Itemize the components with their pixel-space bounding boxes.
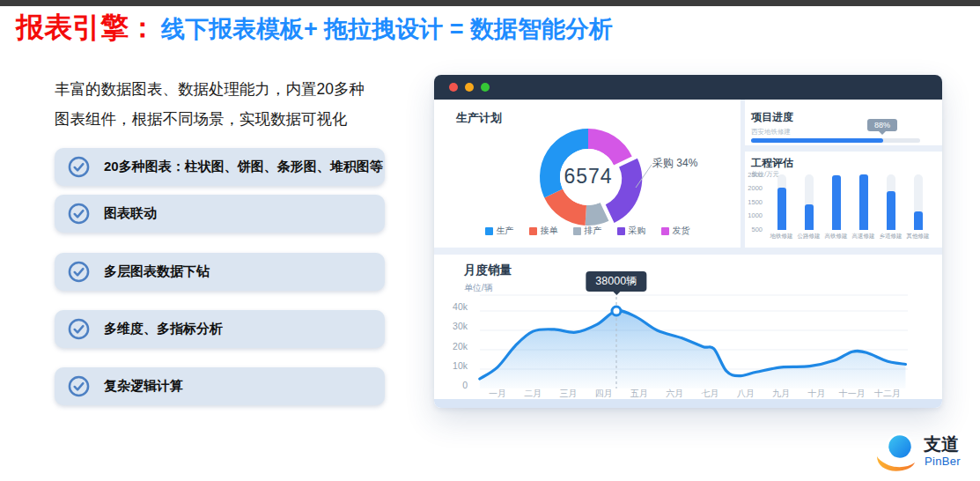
close-button[interactable] — [449, 83, 458, 92]
x-tick: 三月 — [560, 388, 578, 400]
feature-pill: 复杂逻辑计算 — [55, 367, 385, 405]
logo-name: 支道 — [924, 433, 959, 456]
bar — [777, 188, 786, 230]
maximize-button[interactable] — [481, 83, 490, 92]
page-title: 报表引擎： 线下报表模板+ 拖拉拽设计 = 数据智能分析 — [16, 9, 613, 48]
legend-item: 发货 — [661, 225, 690, 237]
legend-label: 排产 — [585, 225, 602, 237]
feature-pill: 图表联动 — [55, 195, 385, 233]
legend-label: 生产 — [497, 225, 514, 237]
x-tick: 九月 — [772, 388, 790, 400]
monthly-sales-panel: 月度销量 单位/辆 40k30k20k10k0 一月二月三月四月五月六月七月八月… — [434, 255, 942, 401]
check-icon — [68, 203, 90, 225]
legend-swatch — [661, 227, 669, 235]
x-tick: 七月 — [702, 388, 719, 400]
feature-pill: 多层图表数据下钻 — [55, 253, 385, 291]
legend-swatch — [485, 227, 493, 235]
intro-line1: 丰富的数据图表、数据处理能力，内置20多种 — [55, 74, 424, 104]
x-tick: 其他修建 — [904, 233, 932, 240]
donut-center-value: 6574 — [549, 165, 628, 189]
bar-chart: 地铁修建公路修建高铁修建高速修建乡道修建其他修建 — [768, 174, 932, 240]
logo-subname: PinBer — [925, 455, 961, 468]
bar-column: 高铁修建 — [822, 174, 850, 240]
bar — [887, 191, 895, 230]
window-titlebar — [434, 75, 942, 100]
chart-tooltip: 38000辆 — [586, 271, 646, 292]
feature-label: 图表联动 — [104, 205, 157, 222]
feature-label: 多维度、多指标分析 — [104, 321, 223, 337]
y-tick: 1500 — [745, 198, 763, 206]
logo: 支道 PinBer — [873, 429, 980, 478]
minimize-button[interactable] — [465, 83, 474, 92]
feature-pill: 多维度、多指标分析 — [55, 310, 385, 348]
legend-label: 发货 — [673, 225, 690, 237]
donut-segment — [586, 211, 604, 215]
legend-item: 生产 — [485, 225, 514, 237]
chart-tooltip-label: 38000辆 — [595, 275, 637, 287]
top-strip — [0, 0, 980, 6]
intro-text: 丰富的数据图表、数据处理能力，内置20多种 图表组件，根据不同场景，实现数据可视… — [55, 74, 424, 134]
x-tick: 八月 — [737, 388, 755, 400]
bar — [914, 211, 923, 230]
x-tick: 高速修建 — [850, 233, 877, 240]
legend-label: 采购 — [629, 225, 646, 237]
legend-item: 采购 — [617, 225, 646, 237]
y-tick: 2000 — [745, 184, 763, 192]
production-plan-title: 生产计划 — [456, 110, 502, 126]
x-tick: 十一月 — [839, 388, 866, 400]
feature-pill: 20多种图表：柱状图、饼图、条形图、堆积图等 — [55, 148, 385, 186]
bar-column: 乡道修建 — [877, 174, 904, 240]
intro-line2: 图表组件，根据不同场景，实现数据可视化 — [55, 104, 424, 134]
legend-swatch — [573, 227, 581, 235]
x-tick: 六月 — [666, 388, 683, 400]
donut-callout-label: 采购 34% — [652, 156, 697, 171]
bar-column: 高速修建 — [850, 174, 877, 240]
bar-column: 其他修建 — [904, 174, 932, 240]
panel-divider-horizontal — [434, 248, 942, 255]
bar — [859, 174, 868, 230]
production-plan-panel: 生产计划 6574 采购 34% 生产接单排产采购发货 — [434, 100, 741, 248]
donut-legend: 生产接单排产采购发货 — [434, 225, 741, 237]
legend-swatch — [617, 227, 625, 235]
bar — [832, 175, 841, 230]
x-tick: 五月 — [630, 388, 648, 400]
title-blue-text: 线下报表模板+ 拖拉拽设计 = 数据智能分析 — [161, 13, 613, 45]
y-tick: 2500 — [745, 171, 763, 179]
bar-column: 地铁修建 — [768, 174, 795, 240]
check-icon — [68, 156, 90, 178]
legend-label: 接单 — [541, 225, 558, 237]
browser-window: 生产计划 6574 采购 34% 生产接单排产采购发货 项目进度 西安地铁修建 … — [434, 75, 942, 408]
window-body: 生产计划 6574 采购 34% 生产接单排产采购发货 项目进度 西安地铁修建 … — [434, 100, 942, 408]
legend-item: 排产 — [573, 225, 602, 237]
legend-item: 接单 — [529, 225, 558, 237]
bar-column: 公路修建 — [795, 174, 822, 240]
title-red-text: 报表引擎： — [16, 9, 157, 48]
x-tick: 地铁修建 — [768, 233, 795, 240]
x-tick: 公路修建 — [795, 233, 822, 240]
right-panel: 项目进度 西安地铁修建 88% 工程评估 单位/万元 2500200015001… — [745, 100, 942, 248]
x-tick: 一月 — [489, 388, 506, 400]
feature-label: 多层图表数据下钻 — [104, 263, 210, 280]
bar — [805, 204, 814, 230]
x-tick: 乡道修建 — [877, 233, 904, 240]
legend-swatch — [529, 227, 537, 235]
area-chart-x-axis: 一月二月三月四月五月六月七月八月九月十月十一月十二月 — [434, 255, 942, 401]
x-tick: 二月 — [524, 388, 542, 400]
x-tick: 十二月 — [874, 388, 901, 400]
slide: 报表引擎： 线下报表模板+ 拖拉拽设计 = 数据智能分析 丰富的数据图表、数据处… — [0, 0, 980, 481]
check-icon — [68, 318, 90, 340]
x-tick: 四月 — [595, 388, 613, 400]
check-icon — [68, 375, 90, 397]
x-tick: 高铁修建 — [822, 233, 850, 240]
x-tick: 十月 — [807, 388, 825, 400]
feature-label: 复杂逻辑计算 — [104, 378, 183, 395]
check-icon — [68, 261, 90, 283]
y-tick: 1000 — [745, 211, 763, 219]
feature-label: 20多种图表：柱状图、饼图、条形图、堆积图等 — [104, 159, 383, 175]
y-tick: 500 — [745, 226, 763, 233]
logo-icon — [873, 431, 919, 477]
window-footer — [434, 399, 942, 408]
